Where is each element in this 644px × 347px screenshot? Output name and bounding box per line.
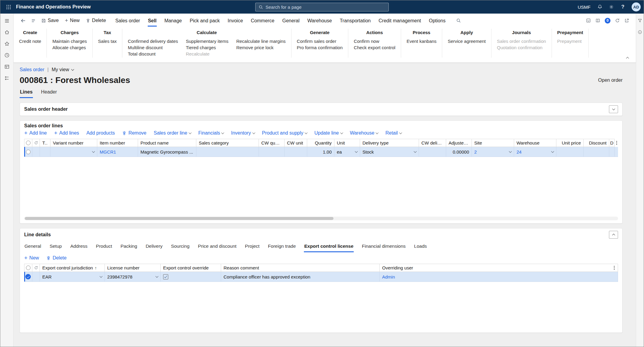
help-icon[interactable]: ? [618, 2, 628, 12]
form-menu-icon[interactable] [29, 16, 38, 25]
column-header-cw-quantity[interactable]: CW quantity [259, 139, 285, 147]
refresh-icon[interactable] [615, 18, 620, 23]
ld-tab-setup[interactable]: Setup [49, 242, 62, 252]
add-products-button[interactable]: Add products [86, 130, 115, 136]
ld-tab-loads[interactable]: Loads [414, 242, 427, 252]
override-cell[interactable] [161, 272, 221, 282]
check-export-control-button[interactable]: Check export control [354, 44, 395, 51]
discount-cell[interactable] [584, 147, 609, 157]
license-number-cell[interactable]: 2398472978 [105, 272, 161, 282]
ld-tab-general[interactable]: General [24, 242, 41, 252]
override-checkbox[interactable] [163, 274, 168, 279]
event-kanbans-button[interactable]: Event kanbans [407, 38, 436, 44]
unit-price-cell[interactable] [556, 147, 584, 157]
search-input[interactable] [266, 5, 385, 10]
column-header-discount[interactable]: Discount [584, 139, 609, 147]
menu-inventory[interactable]: Inventory [231, 130, 255, 136]
feedback-icon[interactable] [586, 18, 591, 23]
guide-book-icon[interactable] [595, 18, 600, 23]
variant-number-cell[interactable] [50, 147, 97, 157]
action-tab-transportation[interactable]: Transportation [340, 15, 371, 27]
unit-cell[interactable]: ea [334, 147, 360, 157]
app-launcher-icon[interactable] [3, 2, 14, 12]
column-header-item-number[interactable]: Item number [97, 139, 138, 147]
action-tab-warehouse[interactable]: Warehouse [307, 15, 332, 27]
column-header-cw-unit[interactable]: CW unit [285, 139, 307, 147]
column-header-quantity[interactable]: Quantity [307, 139, 334, 147]
column-header-type[interactable]: T... [40, 139, 50, 147]
type-cell[interactable] [40, 147, 50, 157]
ld-tab-price-and-discount[interactable]: Price and discount [198, 242, 237, 252]
delivery-type-cell[interactable]: Stock [360, 147, 419, 157]
site-cell[interactable]: 2 [472, 147, 514, 157]
action-search-icon[interactable] [456, 18, 461, 23]
column-header-unit[interactable]: Unit [334, 139, 360, 147]
open-in-new-window-icon[interactable] [624, 18, 629, 23]
ld-tab-financial-dimensions[interactable]: Financial dimensions [362, 242, 406, 252]
confirm-now-button[interactable]: Confirm now [354, 38, 379, 44]
column-header-overriding-user[interactable]: Overriding user [380, 264, 618, 272]
expand-sales-order-header-button[interactable] [609, 105, 618, 113]
row-selected-check-icon[interactable] [25, 274, 31, 279]
settings-gear-icon[interactable] [606, 2, 617, 12]
notifications-bell-icon[interactable] [595, 2, 605, 12]
column-header-sales-category[interactable]: Sales category [196, 139, 259, 147]
ld-new-button[interactable]: +New [24, 255, 39, 261]
remove-line-button[interactable]: Remove [122, 130, 147, 136]
menu-sales-order-line[interactable]: Sales order line [154, 130, 191, 136]
confirm-sales-order-button[interactable]: Confirm sales order [297, 38, 336, 44]
action-tab-credit-management[interactable]: Credit management [378, 15, 421, 27]
cw-unit-cell[interactable] [285, 147, 307, 157]
save-button[interactable]: Save [39, 17, 61, 24]
recent-clock-icon[interactable] [2, 50, 12, 60]
row-refresh-column[interactable] [32, 139, 40, 147]
column-header-variant-number[interactable]: Variant number [50, 139, 97, 147]
tiered-charges-button[interactable]: Tiered charges [186, 44, 216, 51]
view-selector[interactable]: My view [52, 67, 74, 72]
maintain-charges-button[interactable]: Maintain charges [52, 38, 87, 44]
export-license-row[interactable]: EAR 2398472978 Compliance officer has ap… [24, 272, 618, 282]
column-header-reason-comment[interactable]: Reason comment [221, 264, 380, 272]
nav-menu-icon[interactable] [2, 16, 12, 25]
column-options-icon[interactable] [613, 267, 615, 268]
jurisdiction-cell[interactable]: EAR [40, 272, 105, 282]
supplementary-items-button[interactable]: Supplementary items [186, 38, 228, 44]
select-all-column[interactable] [24, 264, 32, 272]
favorites-star-icon[interactable] [2, 39, 12, 48]
ld-tab-project[interactable]: Project [245, 242, 260, 252]
collapse-line-details-button[interactable] [609, 231, 618, 239]
ld-delete-button[interactable]: Delete [46, 255, 66, 261]
collapse-action-pane-button[interactable] [624, 55, 631, 61]
new-button[interactable]: + New [62, 17, 82, 24]
attachments-count-badge[interactable]: 0 [605, 18, 610, 24]
select-all-column[interactable] [24, 139, 32, 147]
action-tab-invoice[interactable]: Invoice [227, 15, 243, 27]
sales-tax-button[interactable]: Sales tax [98, 38, 117, 44]
action-tab-sales-order[interactable]: Sales order [115, 15, 140, 27]
ld-tab-foreign-trade[interactable]: Foreign trade [268, 242, 296, 252]
row-select-radio[interactable] [26, 150, 31, 154]
global-search-box[interactable] [255, 3, 389, 11]
overriding-user-cell[interactable]: Admin [380, 272, 618, 282]
action-tab-general[interactable]: General [282, 15, 300, 27]
menu-warehouse[interactable]: Warehouse [350, 130, 378, 136]
column-header-site[interactable]: Site [472, 139, 514, 147]
menu-update-line[interactable]: Update line [314, 130, 343, 136]
action-tab-commerce[interactable]: Commerce [250, 15, 275, 27]
breadcrumb-sales-order-link[interactable]: Sales order [20, 67, 44, 72]
row-refresh-column[interactable] [32, 264, 40, 272]
pro-forma-confirmation-button[interactable]: Pro forma confirmation [297, 44, 343, 51]
allocate-charges-button[interactable]: Allocate charges [52, 44, 86, 51]
product-name-cell[interactable]: Magnetic Gyrocompass ... [138, 147, 196, 157]
multiline-discount-button[interactable]: Multiline discount [128, 44, 163, 51]
action-tab-pick-and-pack[interactable]: Pick and pack [189, 15, 220, 27]
sales-category-cell[interactable] [196, 147, 259, 157]
reason-comment-cell[interactable]: Compliance officer has approved exceptio… [221, 272, 380, 282]
workspaces-icon[interactable] [2, 62, 12, 71]
menu-retail[interactable]: Retail [385, 130, 401, 136]
confirmed-delivery-dates-button[interactable]: Confirmed delivery dates [128, 38, 178, 44]
action-tab-manage[interactable]: Manage [164, 15, 182, 27]
scrollbar-thumb[interactable] [25, 217, 333, 220]
column-options-icon[interactable] [616, 142, 618, 143]
warehouse-cell[interactable]: 24 [514, 147, 556, 157]
